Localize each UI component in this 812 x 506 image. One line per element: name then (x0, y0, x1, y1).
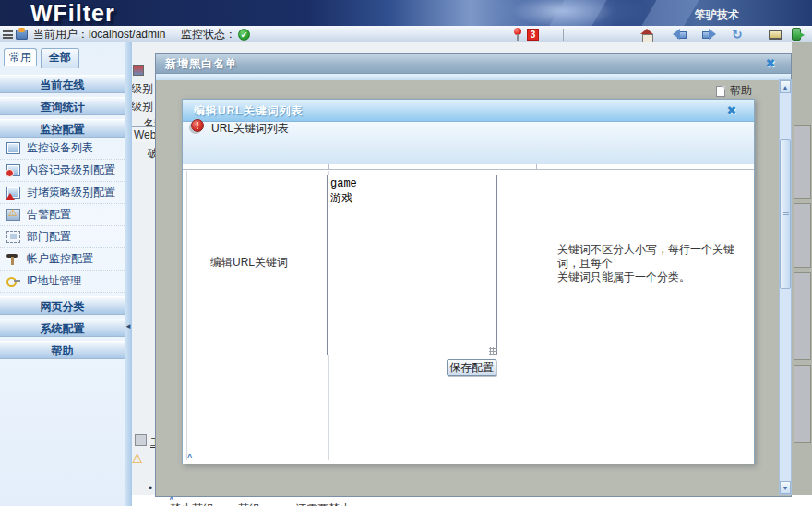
table-column-line (186, 171, 187, 460)
save-config-button[interactable]: 保存配置 (447, 359, 496, 376)
background-box (794, 365, 811, 443)
modal2-close-icon[interactable]: ✖ (725, 103, 739, 117)
sidebar-group-query-stats[interactable]: 查询统计 (0, 97, 125, 115)
modal1-help-label: 帮助 (730, 83, 752, 99)
modal1-scrollbar[interactable]: ▲ ▼ (779, 79, 792, 495)
sidebar-item-label: 帐户监控配置 (27, 251, 93, 267)
scrollbar-thumb[interactable] (780, 139, 791, 289)
department-icon (6, 231, 20, 243)
background-clipped-text: 禁止某组mac 某组www，还需要禁止…… (170, 501, 373, 506)
sidebar-item-label: IP地址管理 (27, 273, 81, 289)
sidebar-group-system-config[interactable]: 系统配置 (0, 319, 125, 337)
section-title: URL关键词列表 (211, 121, 289, 137)
modal1-help-link[interactable]: 帮助 (716, 83, 752, 99)
sidebar-item-block-policy-level[interactable]: 封堵策略级别配置 (0, 182, 125, 204)
record-level-icon (6, 164, 20, 176)
sidebar-item-account-monitor-config[interactable]: 帐户监控配置 (0, 248, 125, 271)
keywords-hint-line2: 关键词只能属于一个分类。 (557, 271, 755, 284)
sidebar-item-label: 告警配置 (27, 207, 71, 223)
monitor-icon (6, 142, 20, 154)
collapse-arrow-icon[interactable]: ◄ (125, 319, 132, 334)
sidebar-item-label: 封堵策略级别配置 (27, 185, 115, 200)
modal1-title: 新增黑白名单 (165, 57, 237, 70)
background-icon (133, 65, 144, 76)
sidebar-group-web-category[interactable]: 网页分类 (0, 296, 125, 315)
app-screen: WFilter 笨驴技术 当前用户： localhost/admin 监控状态：… (0, 0, 812, 506)
background-level-label: 级别 (131, 99, 153, 114)
sidebar-item-label: 部门配置 (27, 229, 71, 245)
tab-common[interactable]: 常用 (4, 48, 37, 66)
alarm-icon (6, 209, 20, 221)
sidebar-item-label: 内容记录级别配置 (27, 163, 115, 178)
column-divider (536, 164, 537, 170)
textarea-resize-handle[interactable] (489, 347, 497, 355)
block-policy-icon (6, 187, 20, 199)
keywords-textarea[interactable]: game 游戏 (327, 175, 497, 355)
background-bullet: • (149, 482, 152, 495)
key-icon (6, 275, 20, 287)
info-icon: ! (191, 119, 204, 132)
account-icon (6, 253, 20, 265)
modal1-titlebar[interactable]: 新增黑白名单 ✖ (156, 54, 791, 74)
modal2-collapse-caret-icon[interactable]: ^ (187, 452, 192, 462)
table-header-band (183, 164, 754, 170)
modal2-titlebar[interactable]: 编辑URL关键词列表 ✖ (183, 100, 754, 122)
background-box (794, 125, 811, 199)
background-box (794, 203, 811, 268)
modal1-toolbar-strip (156, 74, 791, 80)
sidebar: 常用 全部 当前在线 查询统计 监控配置 监控设备列表 内容记录级别配置 封堵策… (0, 42, 132, 506)
scroll-up-icon[interactable]: ▲ (780, 80, 791, 93)
sidebar-collapse-strip[interactable]: ◄ (125, 42, 132, 506)
sidebar-item-content-record-level[interactable]: 内容记录级别配置 (0, 160, 125, 182)
background-level-label: 级别 (131, 81, 153, 97)
background-box (794, 272, 811, 360)
sidebar-item-monitor-devices[interactable]: 监控设备列表 (0, 138, 125, 160)
sidebar-tabs: 常用 全部 (0, 46, 125, 66)
sidebar-item-label: 监控设备列表 (27, 140, 93, 156)
sidebar-item-alarm-config[interactable]: 告警配置 (0, 204, 125, 226)
keywords-field-label: 编辑URL关键词 (210, 255, 288, 271)
warning-icon: ⚠ (132, 452, 143, 465)
background-tool-icon (135, 434, 147, 446)
sidebar-group-help[interactable]: 帮助 (0, 341, 125, 359)
tab-all[interactable]: 全部 (41, 48, 79, 68)
modal-edit-url-keywords: 编辑URL关键词列表 ✖ ! URL关键词列表 编辑URL关键词 game 游戏… (182, 99, 755, 464)
modal1-close-icon[interactable]: ✖ (764, 56, 778, 70)
document-icon (716, 86, 725, 97)
column-divider (328, 164, 329, 170)
background-right-panel (792, 42, 812, 506)
scroll-down-icon[interactable]: ▼ (780, 481, 791, 494)
sidebar-item-list: 监控设备列表 内容记录级别配置 封堵策略级别配置 告警配置 部门配置 (0, 138, 125, 293)
sidebar-group-monitor-config[interactable]: 监控配置 (0, 119, 125, 138)
sidebar-group-online[interactable]: 当前在线 (0, 75, 125, 93)
modal2-title: 编辑URL关键词列表 (194, 104, 304, 117)
keywords-hint-line1: 关键词不区分大小写，每行一个关键词，且每个 (557, 243, 755, 271)
sidebar-item-department-config[interactable]: 部门配置 (0, 226, 125, 248)
sidebar-item-ip-management[interactable]: IP地址管理 (0, 271, 125, 293)
